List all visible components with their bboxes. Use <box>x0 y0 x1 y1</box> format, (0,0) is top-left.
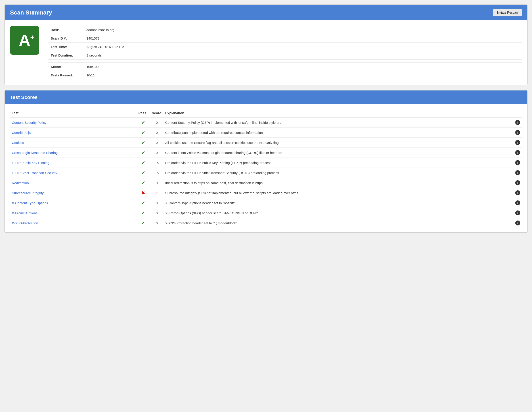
test-name-cell: Content Security Policy <box>10 117 137 128</box>
test-info-cell: i <box>513 117 522 128</box>
test-pass-cell: ✔ <box>137 198 150 208</box>
test-name-cell: Cross-origin Resource Sharing <box>10 148 137 158</box>
test-score-cell: 0 <box>150 128 163 138</box>
test-info-cell: i <box>513 158 522 168</box>
test-name-link[interactable]: Cross-origin Resource Sharing <box>12 151 58 155</box>
test-info-cell: i <box>513 138 522 148</box>
test-name-link[interactable]: X-XSS-Protection <box>12 221 38 225</box>
test-name-cell: HTTP Public Key Pinning <box>10 158 137 168</box>
test-pass-cell: ✔ <box>137 117 150 128</box>
table-row: HTTP Strict Transport Security ✔ +5 Prel… <box>10 168 522 178</box>
table-row: X-XSS-Protection ✔ 0 X-XSS-Protection he… <box>10 218 522 228</box>
test-explanation-cell: All cookies use the Secure flag and all … <box>163 138 513 148</box>
test-name-link[interactable]: Content Security Policy <box>12 121 47 125</box>
test-name-cell: Subresource Integrity <box>10 188 137 198</box>
info-icon[interactable]: i <box>515 130 520 135</box>
scan-summary-body: A+ Host: addons.mozilla.org Scan ID #: 1… <box>5 20 527 85</box>
test-explanation-cell: Preloaded via the HTTP Public Key Pinnin… <box>163 158 513 168</box>
info-icon[interactable]: i <box>515 180 520 185</box>
test-pass-cell: ✔ <box>137 138 150 148</box>
table-row: Cross-origin Resource Sharing ✔ 0 Conten… <box>10 148 522 158</box>
scan-info-table: Host: addons.mozilla.org Scan ID #: 1401… <box>48 26 522 79</box>
info-value: August 24, 2016 1:25 PM <box>84 43 522 51</box>
test-score-cell: +5 <box>150 158 163 168</box>
table-row: HTTP Public Key Pinning ✔ +5 Preloaded v… <box>10 158 522 168</box>
table-row: Contribute.json ✔ 0 Contribute.json impl… <box>10 128 522 138</box>
test-name-cell: X-Frame-Options <box>10 208 137 218</box>
test-explanation-cell: X-Frame-Options (XFO) header set to SAME… <box>163 208 513 218</box>
pass-icon: ✔ <box>141 170 145 175</box>
col-header-score: Score <box>150 109 163 117</box>
test-score-cell: 0 <box>150 198 163 208</box>
test-explanation-cell: Subresource Integrity (SRI) not implemen… <box>163 188 513 198</box>
test-name-link[interactable]: HTTP Strict Transport Security <box>12 171 57 175</box>
col-header-explanation: Explanation <box>163 109 513 117</box>
test-explanation-cell: Content is not visible via cross-origin … <box>163 148 513 158</box>
score-row: Tests Passed: 10/11 <box>48 71 522 79</box>
test-name-cell: Cookies <box>10 138 137 148</box>
info-label: Scan ID #: <box>48 34 84 43</box>
test-name-link[interactable]: X-Frame-Options <box>12 211 38 215</box>
info-icon[interactable]: i <box>515 120 520 125</box>
test-explanation-cell: Preloaded via the HTTP Strict Transport … <box>163 168 513 178</box>
fail-icon: ✖ <box>141 190 145 195</box>
test-pass-cell: ✔ <box>137 208 150 218</box>
grade-letter: A <box>19 31 30 49</box>
info-icon[interactable]: i <box>515 140 520 145</box>
test-score-cell: 0 <box>150 178 163 188</box>
score-value: 10/11 <box>84 71 522 79</box>
col-header-test: Test <box>10 109 137 117</box>
info-icon[interactable]: i <box>515 150 520 155</box>
info-label: Test Duration: <box>48 51 84 60</box>
test-info-cell: i <box>513 218 522 228</box>
test-info-cell: i <box>513 178 522 188</box>
test-name-link[interactable]: Subresource Integrity <box>12 191 44 195</box>
table-row: Redirection ✔ 0 Initial redirection is t… <box>10 178 522 188</box>
score-label: Score: <box>48 63 84 71</box>
initiate-rescan-button[interactable]: Initiate Rescan <box>493 9 522 16</box>
test-name-link[interactable]: HTTP Public Key Pinning <box>12 161 49 165</box>
test-score-cell: -5 <box>150 188 163 198</box>
test-score-cell: 0 <box>150 218 163 228</box>
info-icon[interactable]: i <box>515 170 520 175</box>
test-scores-title: Test Scores <box>10 95 38 100</box>
info-icon[interactable]: i <box>515 160 520 165</box>
test-score-cell: +5 <box>150 168 163 178</box>
pass-icon: ✔ <box>141 211 145 215</box>
test-explanation-cell: X-XSS-Protection header set to "1; mode=… <box>163 218 513 228</box>
test-score-cell: 0 <box>150 148 163 158</box>
test-pass-cell: ✔ <box>137 168 150 178</box>
info-icon[interactable]: i <box>515 190 520 195</box>
info-icon[interactable]: i <box>515 201 520 205</box>
tests-body: Test Pass Score Explanation Content Secu… <box>5 104 527 232</box>
test-name-cell: X-XSS-Protection <box>10 218 137 228</box>
test-name-cell: Contribute.json <box>10 128 137 138</box>
info-icon[interactable]: i <box>515 220 520 225</box>
table-row: X-Content-Type-Options ✔ 0 X-Content-Typ… <box>10 198 522 208</box>
test-pass-cell: ✔ <box>137 148 150 158</box>
grade-display: A+ <box>19 32 30 48</box>
tests-table: Test Pass Score Explanation Content Secu… <box>10 109 522 228</box>
scan-summary-card: Scan Summary Initiate Rescan A+ Host: ad… <box>4 4 528 85</box>
test-explanation-cell: Content Security Policy (CSP) implemente… <box>163 117 513 128</box>
info-row: Test Duration: 3 seconds <box>48 51 522 60</box>
tests-table-head: Test Pass Score Explanation <box>10 109 522 117</box>
test-name-link[interactable]: Cookies <box>12 141 24 144</box>
col-header-info <box>513 109 522 117</box>
test-name-link[interactable]: Redirection <box>12 181 29 185</box>
info-row: Scan ID #: 1401573 <box>48 34 522 43</box>
grade-plus: + <box>30 34 34 41</box>
test-info-cell: i <box>513 188 522 198</box>
test-name-cell: X-Content-Type-Options <box>10 198 137 208</box>
table-row: X-Frame-Options ✔ 0 X-Frame-Options (XFO… <box>10 208 522 218</box>
info-icon[interactable]: i <box>515 211 520 215</box>
test-name-link[interactable]: X-Content-Type-Options <box>12 201 48 205</box>
info-label: Host: <box>48 26 84 34</box>
test-info-cell: i <box>513 148 522 158</box>
test-pass-cell: ✔ <box>137 128 150 138</box>
col-header-pass: Pass <box>137 109 150 117</box>
tests-table-body: Content Security Policy ✔ 0 Content Secu… <box>10 117 522 228</box>
test-name-link[interactable]: Contribute.json <box>12 131 34 134</box>
pass-icon: ✔ <box>141 180 145 185</box>
tests-table-header-row: Test Pass Score Explanation <box>10 109 522 117</box>
